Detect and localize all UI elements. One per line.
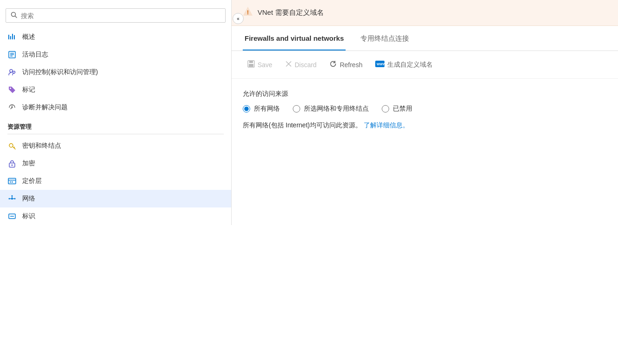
sidebar: « 概述 — [0, 0, 232, 364]
info-text: 所有网络(包括 Internet)均可访问此资源。 了解详细信息。 — [243, 121, 607, 130]
svg-rect-21 — [10, 182, 11, 182]
resource-section-title: 资源管理 — [0, 116, 231, 134]
sidebar-item-access-control[interactable]: 访问控制(标识和访问管理) — [0, 63, 231, 81]
radio-group: 所有网络 所选网络和专用终结点 已禁用 — [243, 105, 607, 113]
save-label: Save — [258, 61, 272, 69]
svg-point-33 — [247, 13, 248, 14]
svg-point-29 — [12, 195, 13, 197]
access-icon — [7, 68, 17, 77]
info-text-content: 所有网络(包括 Internet)均可访问此资源。 — [243, 121, 362, 129]
radio-selected-label: 所选网络和专用终结点 — [304, 105, 369, 113]
save-button[interactable]: Save — [243, 57, 277, 72]
label2-icon — [7, 212, 17, 221]
content-area: 允许的访问来源 所有网络 所选网络和专用终结点 已禁用 所有网络(包括 Inte… — [232, 79, 618, 364]
refresh-button[interactable]: Refresh — [325, 57, 367, 72]
sidebar-item-pricing[interactable]: 定价层 — [0, 172, 231, 190]
sidebar-item-overview[interactable]: 概述 — [0, 28, 231, 46]
sidebar-label-activity-log: 活动日志 — [22, 50, 48, 59]
generate-label: 生成自定义域名 — [387, 61, 433, 69]
network-icon — [7, 194, 17, 203]
discard-icon — [285, 61, 292, 69]
sidebar-label-keys: 密钥和终结点 — [22, 142, 61, 150]
generate-domain-button[interactable]: WWW 生成自定义域名 — [371, 58, 437, 72]
sidebar-label-pricing: 定价层 — [22, 177, 42, 185]
search-box[interactable] — [6, 8, 226, 23]
sidebar-label-diagnostics: 诊断并解决问题 — [22, 103, 68, 112]
main-content: VNet 需要自定义域名 Firewalls and virtual netwo… — [232, 0, 618, 364]
tab-endpoints[interactable]: 专用终结点连接 — [359, 28, 411, 50]
sidebar-label-network: 网络 — [22, 195, 35, 203]
svg-point-13 — [12, 107, 13, 108]
refresh-icon — [329, 60, 337, 69]
svg-rect-3 — [10, 36, 11, 39]
sidebar-label-encryption: 加密 — [22, 159, 35, 168]
radio-disabled[interactable]: 已禁用 — [382, 105, 412, 113]
svg-point-12 — [10, 88, 11, 89]
svg-point-24 — [9, 198, 10, 200]
svg-rect-4 — [12, 34, 13, 39]
pricing-icon — [7, 176, 17, 186]
chevron-left-icon: « — [237, 16, 240, 21]
radio-all-input[interactable] — [243, 105, 250, 113]
svg-rect-5 — [14, 35, 15, 39]
overview-icon — [7, 32, 17, 42]
svg-line-16 — [14, 147, 15, 148]
radio-selected-networks[interactable]: 所选网络和专用终结点 — [293, 105, 369, 113]
refresh-label: Refresh — [340, 61, 362, 69]
svg-text:WWW: WWW — [377, 63, 385, 66]
key-icon — [7, 141, 17, 151]
sidebar-item-encryption[interactable]: 加密 — [0, 155, 231, 172]
sidebar-label-overview: 概述 — [22, 33, 35, 41]
radio-all-label: 所有网络 — [254, 105, 280, 113]
search-input[interactable] — [21, 12, 221, 19]
save-icon — [247, 60, 255, 69]
svg-rect-36 — [249, 64, 253, 67]
svg-rect-22 — [12, 182, 13, 182]
warning-icon — [243, 6, 253, 19]
discard-label: Discard — [295, 61, 316, 69]
www-icon: WWW — [375, 61, 385, 69]
section-divider — [7, 134, 224, 134]
svg-rect-35 — [249, 61, 253, 63]
radio-selected-input[interactable] — [293, 105, 300, 113]
diag-icon — [7, 103, 17, 112]
svg-point-25 — [14, 198, 16, 200]
lock-icon — [7, 159, 17, 168]
sidebar-item-tags[interactable]: 标记 — [0, 81, 231, 99]
sidebar-item-keys[interactable]: 密钥和终结点 — [0, 137, 231, 155]
sidebar-item-activity-log[interactable]: 活动日志 — [0, 46, 231, 63]
svg-point-18 — [12, 164, 13, 166]
sidebar-label-access: 访问控制(标识和访问管理) — [22, 68, 98, 76]
toolbar: Save Discard Refresh — [232, 51, 618, 79]
tab-firewalls[interactable]: Firewalls and virtual networks — [243, 28, 346, 50]
access-source-label: 允许的访问来源 — [243, 90, 607, 98]
radio-all-networks[interactable]: 所有网络 — [243, 105, 280, 113]
tab-bar: Firewalls and virtual networks 专用终结点连接 — [232, 28, 618, 51]
sidebar-item-network[interactable]: 网络 — [0, 190, 231, 207]
svg-line-1 — [15, 16, 17, 18]
radio-disabled-input[interactable] — [382, 105, 389, 113]
sidebar-label-label2: 标识 — [22, 212, 35, 220]
sidebar-label-tags: 标记 — [22, 86, 35, 94]
collapse-button[interactable]: « — [233, 13, 244, 24]
warning-text: VNet 需要自定义域名 — [258, 8, 324, 17]
svg-point-14 — [9, 144, 13, 147]
warning-banner: VNet 需要自定义域名 — [232, 0, 618, 26]
svg-rect-2 — [8, 35, 9, 39]
search-icon — [11, 12, 17, 19]
svg-point-23 — [11, 198, 13, 200]
sidebar-item-diagnostics[interactable]: 诊断并解决问题 — [0, 99, 231, 116]
svg-point-10 — [10, 69, 13, 72]
radio-disabled-label: 已禁用 — [393, 105, 412, 113]
info-link[interactable]: 了解详细信息。 — [364, 121, 409, 129]
sidebar-item-label2[interactable]: 标识 — [0, 207, 231, 225]
log-icon — [7, 50, 17, 59]
tag-icon — [7, 85, 17, 94]
discard-button[interactable]: Discard — [281, 58, 321, 71]
svg-rect-19 — [8, 178, 16, 184]
